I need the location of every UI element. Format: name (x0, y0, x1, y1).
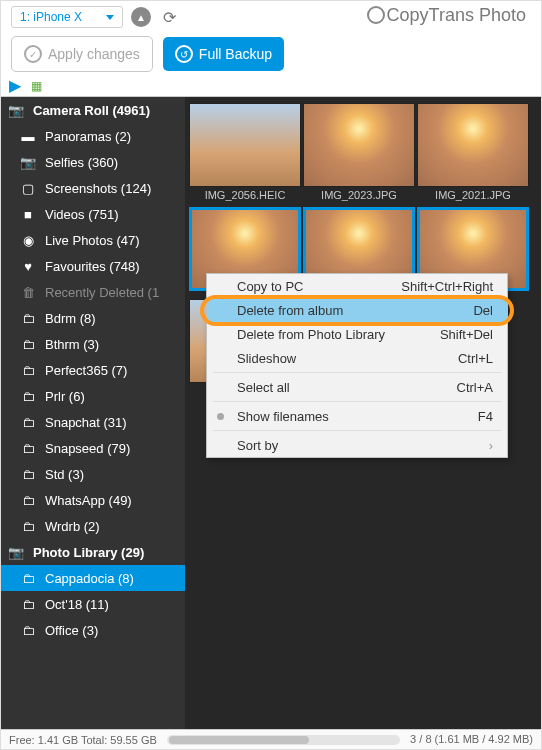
photo-lib-label: Photo Library (29) (33, 545, 144, 560)
chevron-down-icon (106, 15, 114, 20)
backup-label: Full Backup (199, 46, 272, 62)
folder-icon: 🗀 (19, 389, 37, 404)
sidebar-album[interactable]: 🗀Oct'18 (11) (1, 591, 185, 617)
sidebar-item[interactable]: ▬Panoramas (2) (1, 123, 185, 149)
ctx-label: Sort by (237, 438, 278, 453)
app-logo: CopyTrans Photo (367, 5, 531, 30)
ctx-shortcut: Ctrl+A (457, 380, 493, 395)
sidebar-item-label: Cappadocia (8) (45, 571, 134, 586)
ctx-shortcut: Ctrl+L (458, 351, 493, 366)
sidebar-item-label: Std (3) (45, 467, 84, 482)
sidebar-item[interactable]: 🗀Bthrm (3) (1, 331, 185, 357)
sidebar-item[interactable]: 🗀Prlr (6) (1, 383, 185, 409)
sidebar-item-label: Bdrm (8) (45, 311, 96, 326)
context-menu-item[interactable]: Copy to PCShift+Ctrl+Right (207, 274, 507, 298)
sidebar-photo-library[interactable]: 📷 Photo Library (29) (1, 539, 185, 565)
thumbnail-image (417, 103, 529, 187)
album-icon: 🗀 (19, 623, 37, 638)
ctx-label: Delete from album (237, 303, 343, 318)
folder-icon: ▬ (19, 129, 37, 144)
context-menu-item[interactable]: Show filenamesF4 (207, 404, 507, 428)
sidebar-item[interactable]: ■Videos (751) (1, 201, 185, 227)
folder-icon: 🗀 (19, 467, 37, 482)
camera-icon: 📷 (7, 545, 25, 560)
ctx-shortcut: Shift+Del (440, 327, 493, 342)
sidebar-item-label: Favourites (748) (45, 259, 140, 274)
thumbnail-image (303, 103, 415, 187)
sidebar-item-label: Oct'18 (11) (45, 597, 109, 612)
thumbnail[interactable]: IMG_2021.JPG (417, 103, 529, 205)
sidebar-item-label: Perfect365 (7) (45, 363, 127, 378)
status-free: Free: 1.41 GB Total: 59.55 GB (9, 734, 157, 746)
device-label: 1: iPhone X (20, 10, 82, 24)
sidebar-item-label: Screenshots (124) (45, 181, 151, 196)
separator (213, 401, 501, 402)
apply-label: Apply changes (48, 46, 140, 62)
sidebar-item-label: Wrdrb (2) (45, 519, 100, 534)
album-icon: 🗀 (19, 597, 37, 612)
bullet-icon (217, 413, 224, 420)
separator (213, 372, 501, 373)
folder-icon: ◉ (19, 233, 37, 248)
context-menu-item[interactable]: Delete from albumDel (207, 298, 507, 322)
thumbnail[interactable]: IMG_2023.JPG (303, 103, 415, 205)
eject-button[interactable]: ▲ (131, 7, 151, 27)
play-tab-icon[interactable]: ▶ (9, 76, 21, 95)
ctx-label: Slideshow (237, 351, 296, 366)
context-menu-item[interactable]: Sort by› (207, 433, 507, 457)
thumbnail-caption: IMG_2056.HEIC (189, 187, 301, 205)
sidebar-album[interactable]: 🗀Office (3) (1, 617, 185, 643)
context-menu-item[interactable]: Delete from Photo LibraryShift+Del (207, 322, 507, 346)
sidebar: 📷 Camera Roll (4961) ▬Panoramas (2)📷Self… (1, 97, 185, 729)
sidebar-item[interactable]: ◉Live Photos (47) (1, 227, 185, 253)
sidebar-item[interactable]: 🗑Recently Deleted (1 (1, 279, 185, 305)
sidebar-item[interactable]: 🗀WhatsApp (49) (1, 487, 185, 513)
ctx-label: Copy to PC (237, 279, 303, 294)
folder-icon: 🗑 (19, 285, 37, 300)
sidebar-item-label: Office (3) (45, 623, 98, 638)
folder-icon: ♥ (19, 259, 37, 274)
folder-icon: 🗀 (19, 337, 37, 352)
thumbnail-image (189, 103, 301, 187)
device-selector[interactable]: 1: iPhone X (11, 6, 123, 28)
sidebar-item-label: Bthrm (3) (45, 337, 99, 352)
folder-icon: ▢ (19, 181, 37, 196)
sidebar-item[interactable]: 🗀Snapchat (31) (1, 409, 185, 435)
sidebar-item-label: Live Photos (47) (45, 233, 140, 248)
context-menu: Copy to PCShift+Ctrl+RightDelete from al… (206, 273, 508, 458)
sidebar-camera-roll[interactable]: 📷 Camera Roll (4961) (1, 97, 185, 123)
context-menu-item[interactable]: SlideshowCtrl+L (207, 346, 507, 370)
camera-roll-label: Camera Roll (4961) (33, 103, 150, 118)
sidebar-item[interactable]: 🗀Perfect365 (7) (1, 357, 185, 383)
thumbnail[interactable]: IMG_2056.HEIC (189, 103, 301, 205)
folder-icon: 🗀 (19, 363, 37, 378)
ctx-shortcut: › (489, 438, 493, 453)
grid-tab-icon[interactable]: ▦ (31, 79, 42, 93)
sidebar-item[interactable]: 📷Selfies (360) (1, 149, 185, 175)
sidebar-item[interactable]: ▢Screenshots (124) (1, 175, 185, 201)
sidebar-album[interactable]: 🗀Cappadocia (8) (1, 565, 185, 591)
sidebar-item-label: Panoramas (2) (45, 129, 131, 144)
full-backup-button[interactable]: ↺ Full Backup (163, 37, 284, 71)
separator (213, 430, 501, 431)
camera-icon: 📷 (7, 103, 25, 118)
sidebar-item-label: Snapchat (31) (45, 415, 127, 430)
ctx-label: Select all (237, 380, 290, 395)
sidebar-item[interactable]: 🗀Bdrm (8) (1, 305, 185, 331)
folder-icon: 🗀 (19, 493, 37, 508)
folder-icon: 🗀 (19, 415, 37, 430)
context-menu-item[interactable]: Select allCtrl+A (207, 375, 507, 399)
folder-icon: ■ (19, 207, 37, 222)
sidebar-item-label: Snapseed (79) (45, 441, 130, 456)
sidebar-item[interactable]: 🗀Snapseed (79) (1, 435, 185, 461)
horizontal-scrollbar[interactable] (167, 735, 400, 745)
ctx-label: Show filenames (237, 409, 329, 424)
refresh-button[interactable]: ⟳ (159, 7, 179, 27)
sidebar-item[interactable]: 🗀Wrdrb (2) (1, 513, 185, 539)
sidebar-item-label: WhatsApp (49) (45, 493, 132, 508)
thumbnail-caption: IMG_2023.JPG (303, 187, 415, 205)
folder-icon: 🗀 (19, 519, 37, 534)
apply-changes-button[interactable]: ✓ Apply changes (11, 36, 153, 72)
sidebar-item[interactable]: ♥Favourites (748) (1, 253, 185, 279)
sidebar-item[interactable]: 🗀Std (3) (1, 461, 185, 487)
